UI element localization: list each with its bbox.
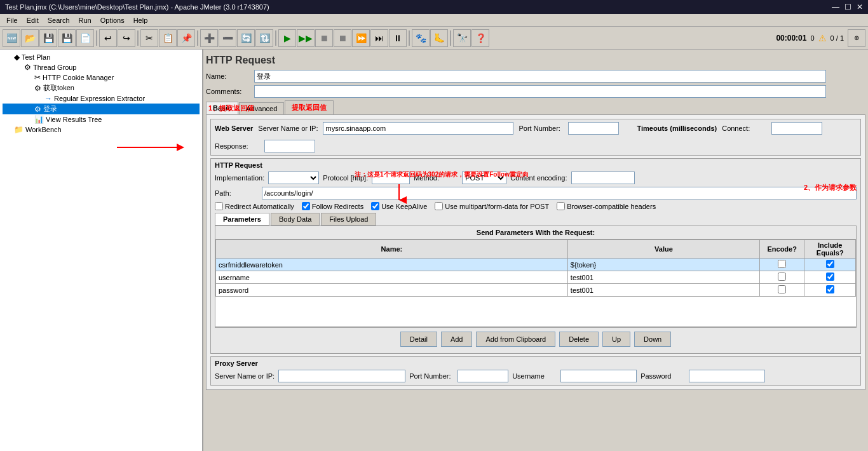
toolbar-save-all[interactable]: 💾 bbox=[39, 29, 57, 47]
tab-advanced[interactable]: Advanced bbox=[239, 102, 284, 114]
toolbar-shutdown[interactable]: ⏹ bbox=[334, 29, 351, 47]
toolbar-start[interactable]: ▶ bbox=[278, 29, 296, 47]
toolbar-timer: 00:00:01 bbox=[776, 34, 806, 43]
row3-encode-check[interactable] bbox=[778, 285, 786, 293]
proxy-username-input[interactable] bbox=[560, 370, 637, 382]
menu-file[interactable]: File bbox=[3, 15, 22, 25]
menu-edit[interactable]: Edit bbox=[23, 15, 43, 25]
row3-include-check[interactable] bbox=[826, 285, 834, 293]
toolbar-zoom[interactable]: ⊕ bbox=[848, 29, 865, 47]
row1-encode-check[interactable] bbox=[778, 260, 786, 268]
toolbar-reset[interactable]: 🔄 bbox=[237, 29, 255, 47]
toolbar-open[interactable]: 📂 bbox=[21, 29, 39, 47]
toolbar-right-section: 00:00:01 0 ⚠ 0 / 1 ⊕ bbox=[776, 29, 865, 47]
toolbar-clear[interactable]: 🐾 bbox=[412, 29, 430, 47]
add-button[interactable]: Add bbox=[441, 332, 473, 347]
tree-item-http-cookie[interactable]: ✂ HTTP Cookie Manager bbox=[3, 72, 200, 83]
tree-item-workbench[interactable]: 📁 WorkBench bbox=[3, 125, 200, 135]
tab-parameters[interactable]: Parameters bbox=[215, 213, 269, 226]
name-input[interactable] bbox=[254, 70, 826, 83]
port-input[interactable] bbox=[568, 122, 619, 135]
toolbar-warning-count: 0 bbox=[810, 34, 814, 42]
tree-item-regex-extractor[interactable]: → Regular Expression Extractor bbox=[3, 93, 200, 104]
browser-compat-checkbox[interactable] bbox=[557, 202, 565, 210]
menu-help[interactable]: Help bbox=[130, 15, 152, 25]
path-input[interactable] bbox=[262, 187, 857, 199]
http-request-section: HTTP Request Implementation: Protocol [h… bbox=[210, 158, 861, 354]
toolbar-clear-all[interactable]: 🦶 bbox=[430, 29, 448, 47]
close-button[interactable]: ✕ bbox=[857, 3, 863, 11]
tree-item-view-results[interactable]: 📊 View Results Tree bbox=[3, 114, 200, 125]
toolbar-cut[interactable]: ✂ bbox=[140, 29, 158, 47]
table-row[interactable]: password test001 bbox=[216, 284, 856, 297]
detail-button[interactable]: Detail bbox=[400, 332, 437, 347]
table-row[interactable]: csrfmiddlewaretoken ${token} bbox=[216, 259, 856, 271]
tab-body-data[interactable]: Body Data bbox=[271, 213, 320, 226]
toolbar-remote-stop[interactable]: ⏭ bbox=[370, 29, 388, 47]
maximize-button[interactable]: ☐ bbox=[844, 3, 851, 11]
col-encode: Encode? bbox=[759, 240, 804, 259]
toolbar-search[interactable]: 🔭 bbox=[453, 29, 471, 47]
toolbar-save2[interactable]: 📄 bbox=[76, 29, 94, 47]
tab-files-upload[interactable]: Files Upload bbox=[321, 213, 376, 226]
down-button[interactable]: Down bbox=[634, 332, 671, 347]
proxy-port-input[interactable] bbox=[458, 370, 508, 382]
tree-item-test-plan[interactable]: ◆ Test Plan bbox=[3, 52, 200, 62]
row1-include-check[interactable] bbox=[826, 260, 834, 268]
toolbar-copy[interactable]: 📋 bbox=[159, 29, 177, 47]
row1-name: csrfmiddlewaretoken bbox=[216, 259, 568, 271]
tree-item-get-token[interactable]: ⚙ 获取token bbox=[3, 83, 200, 93]
menu-options[interactable]: Options bbox=[97, 15, 128, 25]
follow-redirects-checkbox[interactable] bbox=[302, 202, 310, 210]
title-bar-controls[interactable]: — ☐ ✕ bbox=[832, 3, 863, 11]
tree-item-thread-group[interactable]: ⚙ Thread Group bbox=[3, 62, 200, 72]
annotation-params: 2、作为请求参数 bbox=[804, 183, 857, 192]
multipart-label[interactable]: Use multipart/form-data for POST bbox=[435, 202, 549, 210]
browser-compat-label[interactable]: Browser-compatible headers bbox=[557, 202, 656, 210]
impl-select[interactable] bbox=[268, 172, 319, 184]
toolbar-stop[interactable]: ⏹ bbox=[315, 29, 333, 47]
menu-run[interactable]: Run bbox=[75, 15, 95, 25]
toolbar-refresh[interactable]: 🔃 bbox=[255, 29, 273, 47]
toolbar-expand[interactable]: ➕ bbox=[200, 29, 218, 47]
toolbar-collapse[interactable]: ➖ bbox=[219, 29, 236, 47]
toolbar-redo[interactable]: ↪ bbox=[118, 29, 135, 47]
toolbar-help[interactable]: ❓ bbox=[471, 29, 489, 47]
response-input[interactable] bbox=[264, 140, 315, 152]
keepalive-checkbox[interactable] bbox=[371, 202, 379, 210]
timeouts-legend: Timeouts (milliseconds) bbox=[637, 125, 717, 132]
toolbar-sep4 bbox=[275, 30, 276, 46]
proxy-server-input[interactable] bbox=[278, 370, 405, 382]
server-name-input[interactable] bbox=[323, 122, 513, 135]
add-from-clipboard-button[interactable]: Add from Clipboard bbox=[476, 332, 555, 347]
tab-basic[interactable]: Basic bbox=[206, 102, 238, 114]
toolbar-paste[interactable]: 📌 bbox=[177, 29, 195, 47]
tab-extract[interactable]: 提取返回值 bbox=[285, 100, 334, 114]
delete-button[interactable]: Delete bbox=[559, 332, 599, 347]
connect-input[interactable] bbox=[771, 122, 822, 135]
web-server-section: Web Server Server Name or IP: Port Numbe… bbox=[210, 119, 861, 156]
proxy-password-input[interactable] bbox=[689, 370, 765, 382]
tree-label-login: 登录 bbox=[43, 104, 57, 114]
row2-include-check[interactable] bbox=[826, 273, 834, 281]
minimize-button[interactable]: — bbox=[832, 3, 839, 11]
toolbar-save[interactable]: 💾 bbox=[58, 29, 76, 47]
toolbar-undo[interactable]: ↩ bbox=[99, 29, 117, 47]
menu-search[interactable]: Search bbox=[44, 15, 74, 25]
toolbar-start-no-pause[interactable]: ▶▶ bbox=[297, 29, 315, 47]
toolbar-new[interactable]: 🆕 bbox=[3, 29, 20, 47]
follow-redirects-label[interactable]: Follow Redirects bbox=[302, 202, 363, 210]
table-row[interactable]: username test001 bbox=[216, 271, 856, 284]
up-button[interactable]: Up bbox=[602, 332, 630, 347]
redirect-auto-checkbox[interactable] bbox=[215, 202, 223, 210]
row2-encode-check[interactable] bbox=[778, 273, 786, 281]
toolbar-remote-exit[interactable]: ⏸ bbox=[389, 29, 407, 47]
row3-include bbox=[804, 284, 856, 297]
redirect-auto-label[interactable]: Redirect Automatically bbox=[215, 202, 294, 210]
comments-input[interactable] bbox=[254, 85, 826, 98]
multipart-checkbox[interactable] bbox=[435, 202, 443, 210]
params-table: Name: Value Encode? Include Equals? csrf… bbox=[215, 239, 856, 297]
tree-item-login[interactable]: ⚙ 登录 bbox=[3, 104, 200, 114]
encoding-input[interactable] bbox=[571, 172, 635, 184]
toolbar-remote-start[interactable]: ⏩ bbox=[352, 29, 370, 47]
